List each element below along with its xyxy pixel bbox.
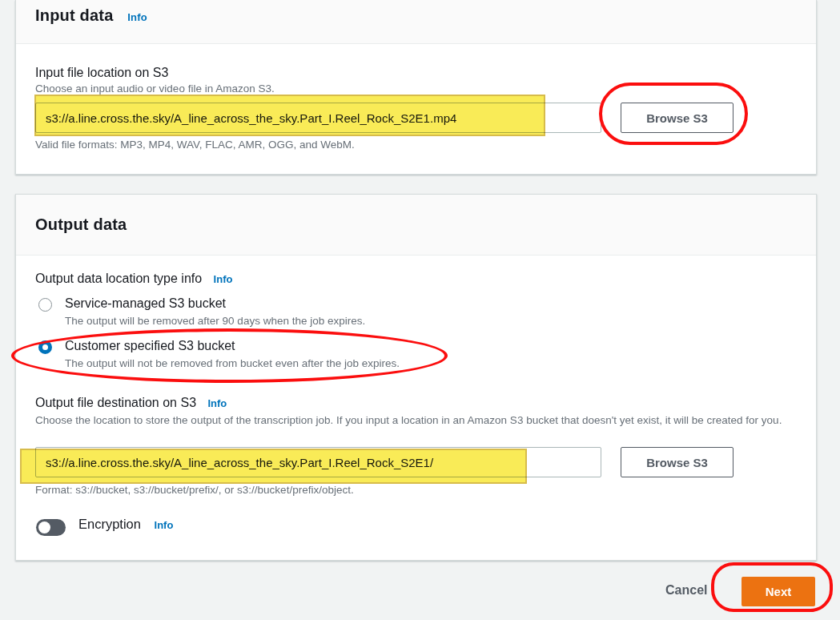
next-button[interactable]: Next: [742, 577, 815, 606]
output-destination-input[interactable]: [35, 447, 601, 477]
input-data-card: Input data Info Input file location on S…: [15, 0, 817, 175]
cancel-button[interactable]: Cancel: [665, 583, 707, 598]
browse-s3-input-button[interactable]: Browse S3: [621, 103, 733, 133]
input-data-info-link[interactable]: Info: [127, 11, 147, 23]
input-data-card-header: Input data Info: [16, 0, 816, 44]
output-destination-description: Choose the location to store the output …: [35, 413, 800, 428]
radio-button-customer-specified[interactable]: [38, 340, 52, 354]
output-data-card: Output data Output data location type in…: [15, 194, 817, 561]
encryption-label: Encryption Info: [78, 517, 173, 532]
encryption-info-link[interactable]: Info: [155, 519, 174, 531]
input-data-title: Input data Info: [35, 6, 147, 25]
format-helper: Format: s3://bucket, s3://bucket/prefix/…: [35, 484, 354, 496]
output-data-card-header: Output data: [16, 195, 816, 256]
input-file-location-input[interactable]: [35, 103, 601, 133]
output-data-title: Output data: [35, 215, 127, 234]
output-destination-label-text: Output file destination on S3: [35, 396, 196, 409]
radio-label-customer-specified[interactable]: Customer specified S3 bucket: [65, 339, 235, 353]
radio-label-service-managed[interactable]: Service-managed S3 bucket: [65, 296, 226, 311]
input-file-location-description: Choose an input audio or video file in A…: [35, 83, 275, 95]
output-location-type-info-link[interactable]: Info: [214, 273, 233, 285]
input-file-location-label: Input file location on S3: [35, 66, 168, 80]
radio-desc-customer-specified: The output will not be removed from buck…: [65, 357, 400, 369]
radio-desc-service-managed: The output will be removed after 90 days…: [65, 315, 365, 327]
output-destination-label: Output file destination on S3 Info: [35, 396, 227, 410]
encryption-toggle-knob: [38, 521, 50, 533]
radio-button-service-managed[interactable]: [38, 298, 52, 312]
encryption-toggle[interactable]: [36, 519, 66, 536]
valid-formats-helper: Valid file formats: MP3, MP4, WAV, FLAC,…: [35, 139, 355, 151]
browse-s3-output-button[interactable]: Browse S3: [621, 447, 733, 477]
encryption-label-text: Encryption: [78, 517, 141, 531]
output-location-type-label: Output data location type info Info: [35, 272, 232, 286]
output-location-type-label-text: Output data location type info: [35, 272, 202, 285]
output-destination-info-link[interactable]: Info: [207, 397, 227, 409]
input-data-title-text: Input data: [35, 6, 114, 24]
